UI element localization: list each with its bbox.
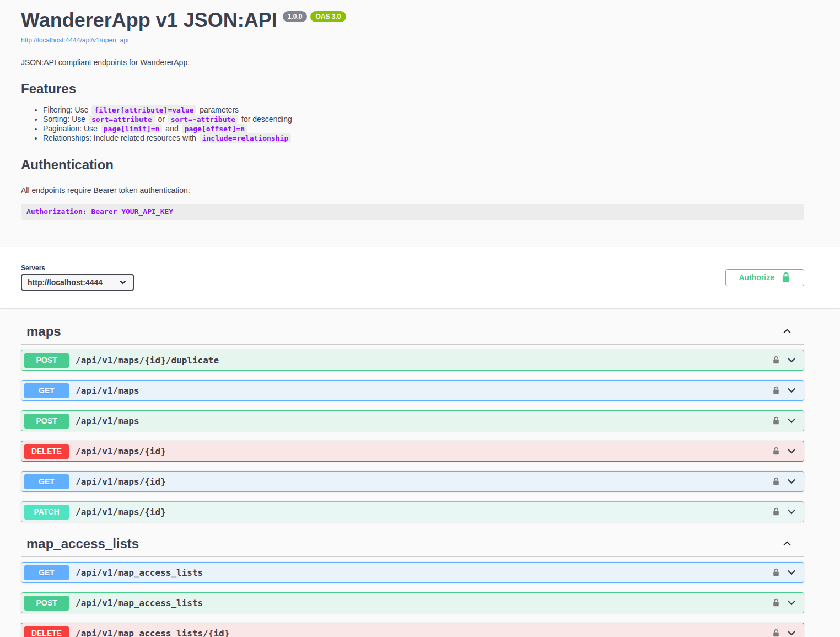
unlocked-padlock-icon (781, 272, 791, 283)
features-list: Filtering: Use filter[attribute]=value p… (21, 105, 804, 143)
unlocked-padlock-icon[interactable] (772, 386, 780, 395)
feature-item: Filtering: Use filter[attribute]=value p… (43, 105, 804, 115)
inline-code: page[offset]=n (182, 124, 248, 133)
endpoint-row[interactable]: DELETE/api/v1/map_access_lists/{id} (21, 623, 804, 637)
endpoint-controls (772, 567, 797, 578)
chevron-down-icon[interactable] (786, 355, 797, 366)
method-badge: POST (24, 414, 69, 429)
authorize-button[interactable]: Authorize (725, 269, 804, 286)
unlocked-padlock-icon[interactable] (772, 356, 780, 365)
unlocked-padlock-icon[interactable] (772, 629, 780, 637)
chevron-down-icon[interactable] (786, 446, 797, 457)
endpoint-summary: POST/api/v1/maps (24, 414, 139, 429)
version-badge: 1.0.0 (283, 11, 308, 22)
endpoint-path: /api/v1/map_access_lists/{id} (76, 628, 229, 637)
endpoint-path: /api/v1/map_access_lists (76, 568, 203, 578)
endpoint-summary: POST/api/v1/maps/{id}/duplicate (24, 353, 219, 368)
endpoint-row[interactable]: POST/api/v1/maps/{id}/duplicate (21, 350, 804, 371)
endpoint-row[interactable]: POST/api/v1/map_access_lists (21, 592, 804, 613)
endpoint-summary: PATCH/api/v1/maps/{id} (24, 505, 166, 520)
inline-code: sort=-attribute (168, 115, 238, 124)
unlocked-padlock-icon[interactable] (772, 507, 780, 516)
endpoint-row[interactable]: GET/api/v1/maps (21, 380, 804, 401)
unlocked-padlock-icon[interactable] (772, 568, 780, 577)
endpoint-path: /api/v1/maps (76, 416, 139, 426)
section-title: maps (26, 324, 61, 339)
section-rows: POST/api/v1/maps/{id}/duplicateGET/api/v… (21, 345, 804, 522)
endpoint-path: /api/v1/map_access_lists (76, 598, 203, 608)
api-section-map_access_lists: map_access_listsGET/api/v1/map_access_li… (21, 532, 804, 637)
section-header-map_access_lists[interactable]: map_access_lists (21, 532, 804, 557)
endpoint-row[interactable]: PATCH/api/v1/maps/{id} (21, 501, 804, 522)
method-badge: POST (24, 353, 69, 368)
chevron-down-icon[interactable] (786, 597, 797, 608)
endpoint-controls (772, 355, 797, 366)
endpoint-summary: GET/api/v1/maps/{id} (24, 474, 166, 489)
endpoint-summary: GET/api/v1/maps (24, 383, 139, 398)
chevron-down-icon[interactable] (786, 415, 797, 426)
page-title: WandererApp v1 JSON:API (21, 10, 277, 31)
endpoint-controls (772, 506, 797, 517)
servers-select[interactable]: http://localhost:4444 (21, 274, 134, 291)
section-rows: GET/api/v1/map_access_listsPOST/api/v1/m… (21, 557, 804, 637)
scheme-container: Servers http://localhost:4444 Authorize (0, 247, 840, 308)
collapse-section-button[interactable] (781, 326, 793, 337)
unlocked-padlock-icon[interactable] (772, 447, 780, 456)
chevron-down-icon[interactable] (786, 385, 797, 396)
method-badge: DELETE (24, 626, 69, 637)
chevron-down-icon[interactable] (786, 628, 797, 637)
collapse-section-button[interactable] (781, 538, 793, 549)
method-badge: DELETE (24, 444, 69, 459)
endpoint-summary: DELETE/api/v1/maps/{id} (24, 444, 166, 459)
inline-code: page[limit]=n (101, 124, 163, 133)
features-heading: Features (21, 81, 804, 97)
inline-code: include=relationship (200, 133, 292, 143)
spec-url-link[interactable]: http://localhost:4444/api/v1/open_api (21, 36, 128, 44)
method-badge: GET (24, 474, 69, 489)
endpoint-row[interactable]: DELETE/api/v1/maps/{id} (21, 441, 804, 462)
info-section: WandererApp v1 JSON:API 1.0.0 OAS 3.0 ht… (21, 0, 804, 220)
endpoint-controls (772, 628, 797, 637)
servers-block: Servers http://localhost:4444 (21, 264, 134, 291)
endpoint-summary: POST/api/v1/map_access_lists (24, 596, 203, 611)
authorization-code-block: Authorization: Bearer YOUR_API_KEY (21, 204, 804, 220)
endpoint-path: /api/v1/maps/{id} (76, 477, 166, 487)
endpoint-summary: DELETE/api/v1/map_access_lists/{id} (24, 626, 229, 637)
endpoint-path: /api/v1/maps/{id}/duplicate (76, 355, 219, 366)
endpoint-path: /api/v1/maps/{id} (76, 446, 166, 457)
title-badges: 1.0.0 OAS 3.0 (283, 11, 346, 22)
inline-code: filter[attribute]=value (91, 105, 196, 115)
oas-badge: OAS 3.0 (310, 11, 346, 22)
method-badge: GET (24, 383, 69, 398)
unlocked-padlock-icon[interactable] (772, 477, 780, 486)
endpoint-controls (772, 415, 797, 426)
endpoint-controls (772, 446, 797, 457)
endpoint-summary: GET/api/v1/map_access_lists (24, 565, 203, 580)
endpoint-path: /api/v1/maps (76, 386, 139, 396)
method-badge: POST (24, 596, 69, 611)
authorize-button-label: Authorize (739, 273, 774, 282)
feature-item: Sorting: Use sort=attribute or sort=-att… (43, 115, 804, 124)
title-row: WandererApp v1 JSON:API 1.0.0 OAS 3.0 (21, 10, 804, 31)
chevron-up-icon (781, 330, 793, 339)
method-badge: GET (24, 565, 69, 580)
authentication-heading: Authentication (21, 157, 804, 173)
endpoint-row[interactable]: GET/api/v1/maps/{id} (21, 471, 804, 492)
section-header-maps[interactable]: maps (21, 319, 804, 345)
endpoint-path: /api/v1/maps/{id} (76, 507, 166, 517)
feature-item: Pagination: Use page[limit]=n and page[o… (43, 124, 804, 133)
unlocked-padlock-icon[interactable] (772, 416, 780, 425)
feature-item: Relationships: Include related resources… (43, 133, 804, 143)
api-section-maps: mapsPOST/api/v1/maps/{id}/duplicateGET/a… (21, 319, 804, 522)
chevron-down-icon[interactable] (786, 567, 797, 578)
endpoint-row[interactable]: GET/api/v1/map_access_lists (21, 562, 804, 583)
endpoint-controls (772, 385, 797, 396)
endpoint-row[interactable]: POST/api/v1/maps (21, 410, 804, 431)
sections: mapsPOST/api/v1/maps/{id}/duplicateGET/a… (21, 319, 804, 637)
inline-code: sort=attribute (89, 115, 155, 124)
unlocked-padlock-icon[interactable] (772, 598, 780, 607)
chevron-up-icon (781, 543, 793, 551)
endpoint-controls (772, 476, 797, 487)
chevron-down-icon[interactable] (786, 506, 797, 517)
chevron-down-icon[interactable] (786, 476, 797, 487)
